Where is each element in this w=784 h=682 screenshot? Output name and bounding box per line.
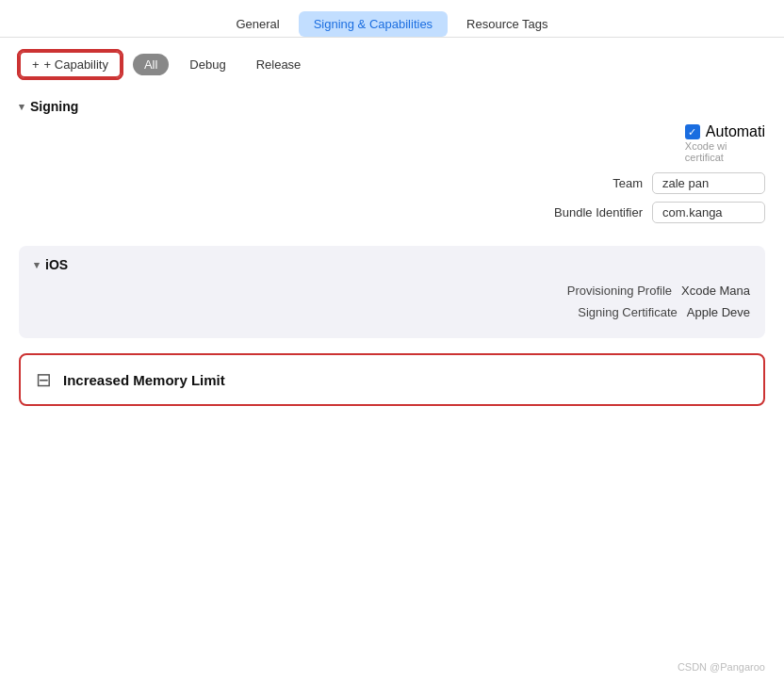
ios-chevron-icon: ▾ xyxy=(34,259,40,271)
ios-fields: Provisioning Profile Xcode Mana Signing … xyxy=(34,284,750,319)
toolbar: + + Capability All Debug Release xyxy=(0,38,784,91)
provisioning-profile-label: Provisioning Profile xyxy=(567,284,672,298)
signing-cert-row: Signing Certificate Apple Deve xyxy=(34,305,750,319)
signing-fields: ✓ Automati Xcode wi certificat Team zale… xyxy=(19,123,765,246)
auto-manage-row: ✓ Automati Xcode wi certificat xyxy=(38,123,765,163)
team-label: Team xyxy=(612,176,643,190)
auto-manage-checkbox[interactable]: ✓ xyxy=(685,124,700,139)
auto-manage-subtext2: certificat xyxy=(685,152,724,163)
bundle-id-label: Bundle Identifier xyxy=(554,205,643,219)
add-capability-label: + Capability xyxy=(44,57,108,72)
signing-cert-value: Apple Deve xyxy=(687,305,750,319)
filter-release-button[interactable]: Release xyxy=(247,54,311,75)
ios-section: ▾ iOS Provisioning Profile Xcode Mana Si… xyxy=(19,246,765,338)
provisioning-profile-row: Provisioning Profile Xcode Mana xyxy=(34,284,750,298)
main-content: ▾ Signing ✓ Automati Xcode wi certificat… xyxy=(0,91,784,406)
signing-section-header: ▾ Signing xyxy=(19,91,765,123)
plus-icon: + xyxy=(32,57,40,72)
auto-manage-checkbox-row: ✓ Automati xyxy=(685,123,765,140)
increased-memory-capability[interactable]: ⊟ Increased Memory Limit xyxy=(19,353,765,406)
tab-general[interactable]: General xyxy=(220,11,294,37)
ios-section-title: iOS xyxy=(45,257,68,272)
signing-section-title: Signing xyxy=(30,99,78,114)
add-capability-button[interactable]: + + Capability xyxy=(19,51,122,78)
filter-debug-button[interactable]: Debug xyxy=(180,54,235,75)
provisioning-profile-value: Xcode Mana xyxy=(681,284,750,298)
signing-cert-label: Signing Certificate xyxy=(578,305,678,319)
tab-resource-tags[interactable]: Resource Tags xyxy=(451,11,563,37)
tab-signing-capabilities[interactable]: Signing & Capabilities xyxy=(299,11,448,37)
bundle-id-row: Bundle Identifier com.kanga xyxy=(38,202,765,223)
filter-all-button[interactable]: All xyxy=(133,54,169,75)
bundle-id-value[interactable]: com.kanga xyxy=(652,202,765,223)
auto-manage-label: Automati xyxy=(706,123,765,140)
auto-manage-subtext1: Xcode wi xyxy=(685,140,727,152)
tab-bar: General Signing & Capabilities Resource … xyxy=(0,0,784,38)
auto-manage-label-group: ✓ Automati Xcode wi certificat xyxy=(685,123,765,163)
memory-capability-icon: ⊟ xyxy=(36,368,52,391)
team-value[interactable]: zale pan xyxy=(652,172,765,194)
capability-label: Increased Memory Limit xyxy=(63,372,225,388)
ios-section-header: ▾ iOS xyxy=(34,257,750,272)
team-row: Team zale pan xyxy=(38,172,765,194)
footer-note: CSDN @Pangaroo xyxy=(678,661,765,673)
signing-chevron-icon: ▾ xyxy=(19,101,24,113)
